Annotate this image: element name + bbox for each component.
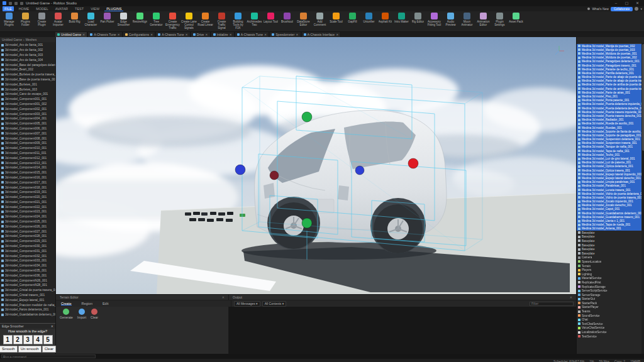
whats-new-label[interactable]: What's New [592,7,609,11]
mesh-asset-item[interactable]: 3d-model_Aro de llanta_004 [0,57,55,62]
mesh-asset-item[interactable]: 3d-model_Aro de llanta_002 [0,48,55,53]
mesh-asset-item[interactable]: 3d-model_ComponentN26_001 [0,278,55,283]
explorer-item-selected[interactable]: Medina 3d model_Puerta trasera derecha_0… [577,114,641,118]
explorer-item-selected[interactable]: Medina 3d model_Espejo lateral derecho_0… [577,176,641,180]
close-tab-icon[interactable]: ✕ [296,33,298,36]
ribbon-tab[interactable]: HOME [17,6,31,11]
output-filter-dropdown[interactable]: All Messages ▾ [234,301,260,307]
explorer-item-selected[interactable]: Medina 3d model_Espejo lateral izquierdo… [577,172,641,176]
explorer-item[interactable]: ReplicatedStorage [577,285,641,289]
explorer-item-selected[interactable]: Medina 3d model_Parante de techo_001 [577,67,641,71]
plugin-button[interactable]: Brushtool [279,12,295,30]
explorer-item[interactable]: TestService [577,334,641,339]
explorer-item-selected[interactable]: Medina 3d model_Suspension delantera_001 [577,138,641,141]
explorer-item-selected[interactable]: Medina 3d model_Puerta trasera izquierda… [577,110,641,114]
mesh-asset-item[interactable]: 3d-model_Component008_001 [0,136,55,141]
explorer-item-selected[interactable]: Medina 3d model_Parte de abajo de puerta… [577,75,641,79]
explorer-item-selected[interactable]: Medina 3d model_Vidrio de puerta trasera… [577,195,641,199]
explorer-item[interactable]: Baseplate [577,243,641,248]
mesh-asset-item[interactable]: 3d-model_Component022_001 [0,204,55,209]
explorer-item-selected[interactable]: Medina 3d model_Paragolpes delantero_001 [577,60,641,63]
plugin-button[interactable]: Plugin Settings [492,12,508,30]
drag-handle-left[interactable] [235,165,245,175]
explorer-scrollbar[interactable] [641,43,644,354]
plugin-button[interactable]: Plugins Folder [18,12,33,30]
document-tab[interactable]: Speedometer ✕ [270,32,301,37]
plugin-button[interactable]: Animation Editor [475,12,491,30]
explorer-item-selected[interactable]: Medina 3d model_Tanque de nafta_001 [577,145,641,149]
terrain-tool-button[interactable]: Clear [91,309,98,319]
explorer-item[interactable]: SpawnLocation [577,260,641,264]
mesh-asset-item[interactable]: 3d-model_Component035_001 [0,268,55,273]
smooth-action-button[interactable]: Clear [42,346,56,353]
document-tab[interactable]: Untitled Game ✕ [55,32,87,37]
mesh-asset-item[interactable]: 3d-model_Cano de escape_001 [0,92,55,97]
mesh-asset-item[interactable]: 3d-model_Component028_001 [0,234,55,239]
smooth-level-button[interactable]: 1 [3,335,13,344]
plugin-button[interactable]: Accessory Fitting Tool [426,12,442,30]
explorer-item-selected[interactable]: Medina 3d model_Luz de giro lateral_001 [577,156,641,160]
explorer-item-selected[interactable]: Medina 3d model_Puerta delantera derecha… [577,106,641,110]
plugin-button[interactable]: Part Picker [99,12,115,30]
mesh-asset-item[interactable]: 3d-model_Component012_001 [0,155,55,160]
mesh-asset-item[interactable]: 3d-model_Faros delanteros_001 [0,307,55,312]
plugin-button[interactable]: Archimedes Two [247,12,262,30]
plugin-button[interactable]: Asset Pack [508,12,524,30]
mesh-asset-item[interactable]: 3d-model_Base del paragolpes delantero_0… [0,62,55,67]
smooth-level-button[interactable]: 5 [43,335,53,344]
mesh-asset-item[interactable]: 3d-model_Component005_001 [0,121,55,126]
explorer-item[interactable]: Lighting [577,272,641,277]
mesh-asset-item[interactable]: 3d-model_Component006_001 [0,126,55,131]
explorer-item[interactable]: Baseplate [577,231,641,235]
explorer-item-selected[interactable]: Medina 3d model_Manija de puertas_003 [577,48,641,52]
close-tab-icon[interactable]: ✕ [82,33,85,36]
smooth-action-button[interactable]: Smooth [0,346,18,353]
mesh-asset-item[interactable]: 3d-model_Burletes_001 [0,82,55,87]
mesh-asset-item[interactable]: 3d-model_Beart_002 [0,67,55,72]
mesh-asset-item[interactable]: 3d-model_Component009_001 [0,141,55,146]
mesh-asset-item[interactable]: 3d-model_Cristal de puerta trasera_001 [0,288,55,293]
close-tab-icon[interactable]: ✕ [117,33,119,36]
document-tab[interactable]: A-Chassis Interface ✕ [302,32,341,37]
explorer-item[interactable]: Baseplate [577,247,641,251]
explorer-item[interactable]: Camera [577,256,641,260]
mesh-asset-item[interactable]: 3d-model_Cristal trasero_001 [0,293,55,298]
ribbon-tab[interactable]: MODEL [34,6,50,11]
explorer-item-selected[interactable]: Medina 3d model_Rueda de auxilio_001 [577,122,641,126]
explorer-item[interactable]: ServerScriptService [577,288,641,293]
terrain-tab[interactable]: Edit [103,302,108,305]
drag-handle-bottom[interactable] [302,218,312,228]
plugin-button[interactable]: Intro Maker [394,12,409,30]
mesh-asset-item[interactable]: 3d-model_Component002_001 [0,106,55,111]
explorer-item[interactable]: Baseplate [577,251,641,256]
mesh-asset-item[interactable]: 3d-model_Component001_002 [0,102,55,107]
mesh-asset-item[interactable]: 3d-model_ComponentN28_001 [0,283,55,288]
explorer-item-selected[interactable]: Medina 3d model_Soporte de llanta de aux… [577,129,641,133]
explorer-item-selected[interactable]: Medina 3d model_Guardabarros trasero_001 [577,215,641,219]
mesh-asset-item[interactable]: 3d-model_Component018_001 [0,185,55,190]
ribbon-tab[interactable]: PLUGINS [104,6,123,11]
close-panel-icon[interactable]: ✕ [222,295,225,299]
close-tab-icon[interactable]: ✕ [185,33,187,36]
dialog-close-icon[interactable]: ✕ [51,324,53,328]
plugin-button[interactable]: Edge Smoother [116,12,131,30]
plugin-button[interactable]: Unionfier [361,12,377,30]
collaborate-button[interactable]: Collaborate [611,7,633,11]
mesh-asset-item[interactable]: 3d-model_Espejo lateral_001 [0,297,55,302]
ribbon-tab[interactable]: VIEW [89,6,101,11]
document-tab[interactable]: Drive ✕ [191,32,211,37]
close-tab-icon[interactable]: ✕ [205,33,208,36]
chevron-down-icon[interactable]: ▾ [640,7,642,11]
close-panel-icon[interactable]: ✕ [570,295,572,299]
mesh-asset-item[interactable]: 3d-model_Component020_001 [0,195,55,200]
explorer-item[interactable]: Terrain [577,264,641,268]
terrain-tool-button[interactable]: Generate [60,309,73,319]
mesh-asset-item[interactable]: 3d-model_Component027_001 [0,229,55,234]
close-button[interactable]: ✕ [633,0,641,6]
mesh-asset-item[interactable]: 3d-model_Component003_001 [0,111,55,116]
plugin-button[interactable]: Create Emergency Traffic Signals [165,12,180,30]
explorer-item[interactable]: StarterGui [577,297,641,302]
redo-icon[interactable] [20,2,23,5]
mesh-asset-item[interactable]: 3d-model_Component001_001 [0,97,55,102]
drag-handle-top[interactable] [302,112,312,122]
